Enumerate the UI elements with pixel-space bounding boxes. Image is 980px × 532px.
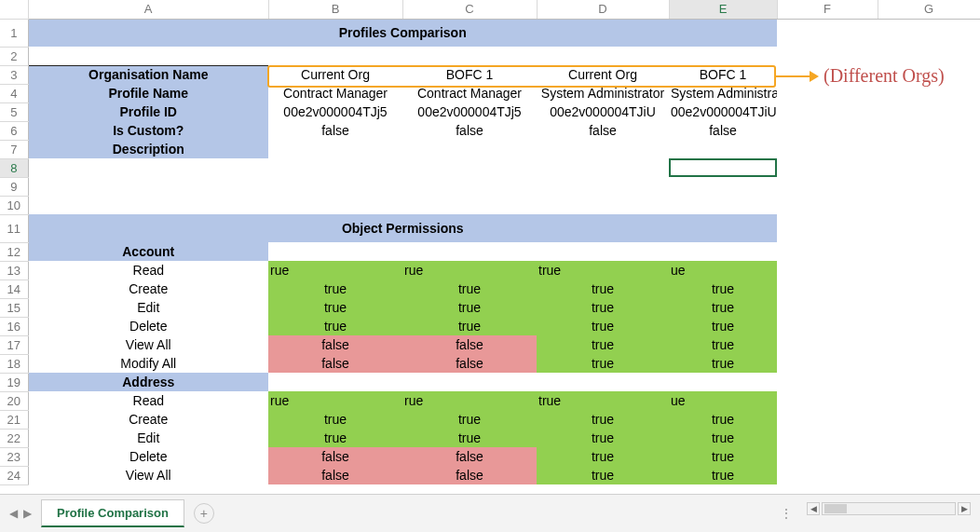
- row-header[interactable]: 16: [0, 317, 28, 335]
- cell[interactable]: [777, 121, 878, 140]
- cell[interactable]: [777, 140, 878, 158]
- row-header[interactable]: 13: [0, 261, 28, 280]
- perm-value[interactable]: true: [669, 354, 777, 373]
- cell[interactable]: [777, 158, 878, 177]
- row-header[interactable]: 11: [0, 214, 28, 242]
- cell[interactable]: [878, 373, 980, 391]
- cell[interactable]: [537, 47, 669, 65]
- select-all-corner[interactable]: [0, 0, 28, 19]
- value-cell[interactable]: false: [402, 121, 537, 140]
- perm-value[interactable]: true: [268, 298, 402, 317]
- cell[interactable]: [402, 373, 537, 391]
- tab-menu-icon[interactable]: ⋮: [781, 507, 794, 520]
- cell[interactable]: [28, 177, 980, 196]
- col-header[interactable]: D: [537, 0, 669, 19]
- perm-value[interactable]: rue: [268, 391, 402, 410]
- value-cell[interactable]: [402, 140, 537, 158]
- active-cell[interactable]: [669, 158, 777, 177]
- cell[interactable]: [878, 47, 980, 65]
- scroll-track[interactable]: [822, 502, 956, 515]
- cell[interactable]: [777, 214, 878, 242]
- perm-value[interactable]: true: [669, 298, 777, 317]
- cell[interactable]: [878, 214, 980, 242]
- row-header[interactable]: 5: [0, 102, 28, 121]
- row-header[interactable]: 3: [0, 65, 28, 84]
- cell[interactable]: [878, 447, 980, 466]
- row-header[interactable]: 15: [0, 298, 28, 317]
- cell[interactable]: [537, 373, 669, 391]
- col-header[interactable]: B: [268, 0, 402, 19]
- perm-value[interactable]: true: [537, 298, 669, 317]
- row-header[interactable]: 18: [0, 354, 28, 373]
- value-cell[interactable]: BOFC 1: [402, 65, 537, 84]
- row-header[interactable]: 6: [0, 121, 28, 140]
- perm-value[interactable]: true: [268, 410, 402, 429]
- cell[interactable]: [878, 242, 980, 261]
- cell[interactable]: [878, 280, 980, 298]
- perm-value[interactable]: true: [537, 354, 669, 373]
- value-cell[interactable]: 00e2v000004TJiU: [669, 102, 777, 121]
- cell[interactable]: [878, 335, 980, 354]
- perm-value[interactable]: true: [537, 391, 669, 410]
- cell[interactable]: [878, 410, 980, 429]
- cell[interactable]: [878, 391, 980, 410]
- perm-value[interactable]: true: [537, 447, 669, 466]
- scroll-left-icon[interactable]: ◀: [807, 502, 820, 515]
- value-cell[interactable]: Current Org: [537, 65, 669, 84]
- cell[interactable]: [878, 354, 980, 373]
- row-header[interactable]: 4: [0, 84, 28, 102]
- cell[interactable]: [777, 447, 878, 466]
- row-header[interactable]: 14: [0, 280, 28, 298]
- value-cell[interactable]: 00e2v000004TJiU: [537, 102, 669, 121]
- row-header[interactable]: 22: [0, 429, 28, 447]
- value-cell[interactable]: Contract Manager: [268, 84, 402, 102]
- cell[interactable]: [777, 261, 878, 280]
- perm-value[interactable]: true: [669, 466, 777, 484]
- horizontal-scrollbar[interactable]: ◀ ▶: [805, 500, 973, 517]
- perm-value[interactable]: true: [537, 317, 669, 335]
- perm-value[interactable]: true: [537, 466, 669, 484]
- perm-value[interactable]: true: [402, 429, 537, 447]
- cell[interactable]: [777, 298, 878, 317]
- cell[interactable]: [777, 354, 878, 373]
- perm-value[interactable]: false: [268, 335, 402, 354]
- value-cell[interactable]: System Administrator: [537, 84, 669, 102]
- value-cell[interactable]: BOFC 1: [669, 65, 777, 84]
- value-cell[interactable]: Current Org: [268, 65, 402, 84]
- perm-value[interactable]: true: [537, 335, 669, 354]
- tab-nav-right-icon[interactable]: ▶: [23, 507, 32, 520]
- perm-value[interactable]: ue: [669, 261, 777, 280]
- perm-value[interactable]: false: [402, 335, 537, 354]
- row-header[interactable]: 7: [0, 140, 28, 158]
- cell[interactable]: [268, 373, 402, 391]
- scroll-right-icon[interactable]: ▶: [958, 502, 971, 515]
- value-cell[interactable]: false: [669, 121, 777, 140]
- perm-value[interactable]: false: [268, 354, 402, 373]
- value-cell[interactable]: System Administrator: [669, 84, 777, 102]
- value-cell[interactable]: false: [268, 121, 402, 140]
- perm-value[interactable]: true: [402, 410, 537, 429]
- cell[interactable]: [268, 242, 402, 261]
- cell[interactable]: [878, 261, 980, 280]
- perm-value[interactable]: false: [402, 354, 537, 373]
- cell[interactable]: [28, 158, 268, 177]
- cell[interactable]: [268, 47, 402, 65]
- perm-value[interactable]: true: [402, 317, 537, 335]
- value-cell[interactable]: [537, 140, 669, 158]
- value-cell[interactable]: false: [537, 121, 669, 140]
- row-header[interactable]: 1: [0, 19, 28, 47]
- cell[interactable]: [777, 102, 878, 121]
- cell[interactable]: [777, 47, 878, 65]
- col-header[interactable]: G: [878, 0, 980, 19]
- row-header[interactable]: 19: [0, 373, 28, 391]
- perm-value[interactable]: true: [669, 447, 777, 466]
- perm-value[interactable]: true: [669, 429, 777, 447]
- row-header[interactable]: 8: [0, 158, 28, 177]
- cell[interactable]: [537, 242, 669, 261]
- row-header[interactable]: 24: [0, 466, 28, 484]
- perm-value[interactable]: false: [268, 466, 402, 484]
- cell[interactable]: [777, 317, 878, 335]
- row-header[interactable]: 21: [0, 410, 28, 429]
- cell[interactable]: [878, 466, 980, 484]
- row-header[interactable]: 20: [0, 391, 28, 410]
